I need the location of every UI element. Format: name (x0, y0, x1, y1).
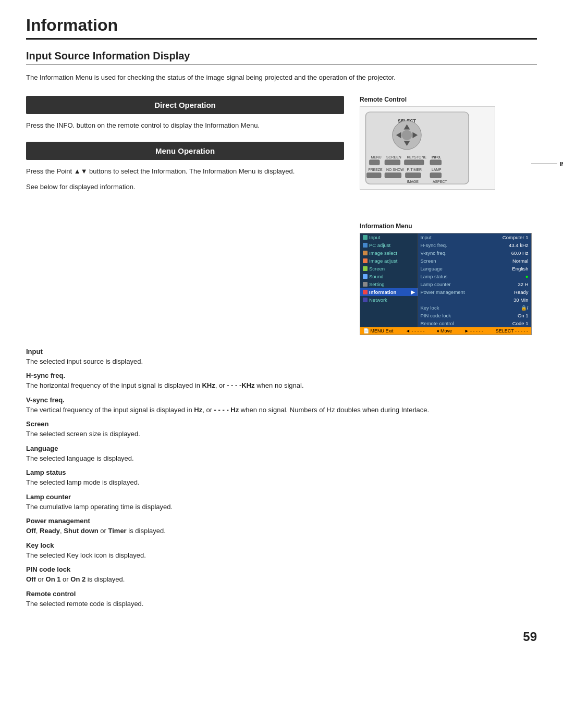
svg-text:INFO.: INFO. (432, 155, 441, 159)
svg-rect-14 (405, 160, 424, 165)
left-column: Direct Operation Press the INFO. button … (26, 96, 344, 203)
field-language: Language The selected language is displa… (26, 445, 537, 464)
field-language-label: Language (26, 445, 537, 452)
page-number: 59 (523, 630, 537, 644)
field-lamp-status-label: Lamp status (26, 468, 537, 476)
field-remote-control-desc: The selected remote code is displayed. (26, 599, 537, 609)
menu-operation-box: Menu Operation (26, 142, 344, 160)
field-input: Input The selected input source is displ… (26, 348, 537, 367)
svg-rect-23 (430, 172, 442, 178)
direct-operation-text: Press the INFO. button on the remote con… (26, 120, 344, 131)
svg-rect-21 (385, 172, 401, 178)
field-hsync-desc: The horizontal frequency of the input si… (26, 380, 537, 391)
section-title: Input Source Information Display (26, 50, 537, 65)
direct-operation-box: Direct Operation (26, 96, 344, 114)
svg-rect-15 (430, 160, 442, 165)
svg-point-7 (402, 130, 412, 140)
right-column: Remote Control SELECT M (360, 96, 537, 335)
field-lamp-counter-desc: The cumulative lamp operating time is di… (26, 502, 537, 512)
svg-rect-22 (406, 172, 421, 178)
field-language-desc: The selected language is displayed. (26, 453, 537, 464)
field-screen-desc: The selected screen size is displayed. (26, 429, 537, 439)
info-button-label: INFO. button (559, 161, 563, 167)
field-screen: Screen The selected screen size is displ… (26, 420, 537, 439)
field-power-mgmt: Power management Off, Ready, Shut down o… (26, 517, 537, 536)
svg-rect-13 (385, 160, 400, 165)
remote-control-label: Remote Control (360, 96, 537, 103)
svg-text:P-TIMER: P-TIMER (407, 168, 422, 171)
field-hsync: H-sync freq. The horizontal frequency of… (26, 372, 537, 391)
field-lamp-status-desc: The selected lamp mode is displayed. (26, 477, 537, 488)
field-input-desc: The selected input source is displayed. (26, 356, 537, 367)
field-vsync-desc: The vertical frequency of the input sign… (26, 405, 537, 415)
field-pin-code-label: PIN code lock (26, 565, 537, 573)
svg-text:IMAGE: IMAGE (407, 180, 419, 183)
menu-operation-text: Press the Point ▲▼ buttons to select the… (26, 166, 344, 177)
field-lamp-counter: Lamp counter The cumulative lamp operati… (26, 493, 537, 512)
field-key-lock-desc: The selected Key lock icon is displayed. (26, 550, 537, 561)
page-footer: 59 (26, 630, 537, 644)
svg-text:FREEZE: FREEZE (368, 168, 383, 171)
svg-text:MENU: MENU (371, 155, 381, 159)
field-lamp-status: Lamp status The selected lamp mode is di… (26, 468, 537, 488)
field-key-lock-label: Key lock (26, 541, 537, 549)
field-vsync: V-sync freq. The vertical frequency of t… (26, 396, 537, 415)
field-power-mgmt-label: Power management (26, 517, 537, 525)
field-remote-control-label: Remote control (26, 590, 537, 598)
svg-rect-12 (369, 160, 380, 165)
svg-text:KEYSTONE: KEYSTONE (407, 155, 427, 159)
svg-text:SCREEN: SCREEN (386, 155, 401, 159)
svg-rect-20 (366, 172, 381, 178)
remote-control-diagram: SELECT MENU SCREEN KEYSTONE INFO. (360, 106, 537, 191)
field-pin-code: PIN code lock Off or On 1 or On 2 is dis… (26, 565, 537, 585)
field-lamp-counter-label: Lamp counter (26, 493, 537, 501)
svg-text:ASPECT: ASPECT (433, 180, 447, 183)
field-input-label: Input (26, 348, 537, 355)
svg-text:LAMP: LAMP (432, 168, 442, 171)
svg-text:NO SHOW: NO SHOW (386, 168, 404, 171)
page-title: Information (26, 16, 537, 40)
field-key-lock: Key lock The selected Key lock icon is d… (26, 541, 537, 561)
field-pin-code-desc: Off or On 1 or On 2 is displayed. (26, 574, 537, 585)
info-menu-label: Information Menu (360, 223, 537, 230)
menu-operation-subtext: See below for displayed information. (26, 182, 344, 193)
fields-section: Input The selected input source is displ… (26, 348, 537, 609)
intro-text: The Information Menu is used for checkin… (26, 72, 401, 83)
field-hsync-label: H-sync freq. (26, 372, 537, 379)
field-power-mgmt-desc: Off, Ready, Shut down or Timer is displa… (26, 526, 537, 536)
field-remote-control: Remote control The selected remote code … (26, 590, 537, 609)
field-vsync-label: V-sync freq. (26, 396, 537, 404)
info-menu-table: Input Input Computer 1 PC adjust (360, 233, 532, 335)
field-screen-label: Screen (26, 420, 537, 428)
